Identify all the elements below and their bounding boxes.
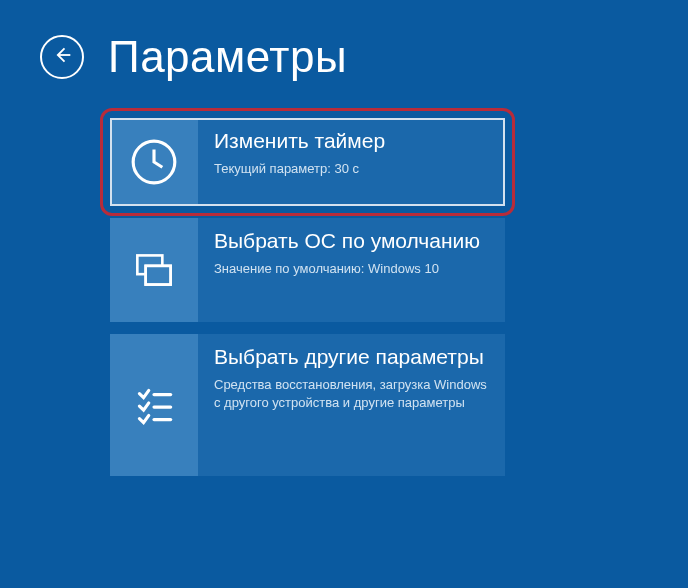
svg-rect-2	[146, 266, 171, 285]
checklist-icon	[110, 334, 198, 476]
option-text: Выбрать другие параметры Средства восста…	[198, 334, 505, 421]
option-text: Изменить таймер Текущий параметр: 30 с	[198, 118, 505, 188]
arrow-left-icon	[52, 45, 72, 69]
clock-icon	[110, 118, 198, 206]
windows-icon	[110, 218, 198, 322]
option-text: Выбрать ОС по умолчанию Значение по умол…	[198, 218, 505, 288]
back-button[interactable]	[40, 35, 84, 79]
option-desc: Значение по умолчанию: Windows 10	[214, 260, 491, 278]
option-desc: Текущий параметр: 30 с	[214, 160, 491, 178]
option-other-params[interactable]: Выбрать другие параметры Средства восста…	[110, 334, 505, 476]
header: Параметры	[0, 0, 688, 106]
page-title: Параметры	[108, 32, 347, 82]
option-desc: Средства восстановления, загрузка Window…	[214, 376, 491, 411]
options-list: Изменить таймер Текущий параметр: 30 с В…	[0, 106, 688, 476]
option-title: Изменить таймер	[214, 128, 491, 154]
option-title: Выбрать ОС по умолчанию	[214, 228, 491, 254]
option-title: Выбрать другие параметры	[214, 344, 491, 370]
option-change-timer[interactable]: Изменить таймер Текущий параметр: 30 с	[110, 118, 505, 206]
option-default-os[interactable]: Выбрать ОС по умолчанию Значение по умол…	[110, 218, 505, 322]
